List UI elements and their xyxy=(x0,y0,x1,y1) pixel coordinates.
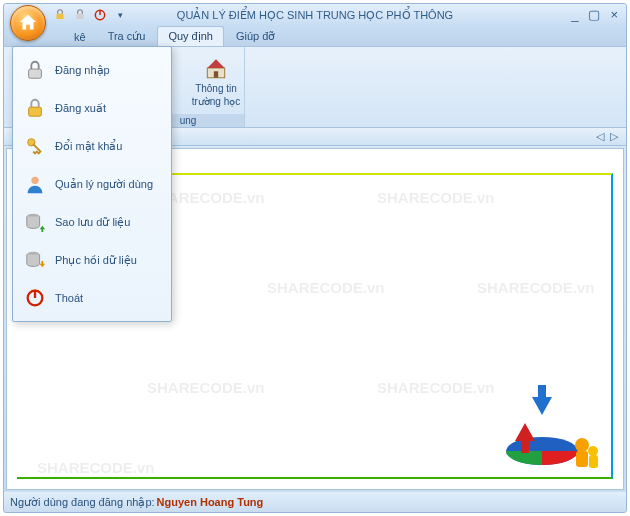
nav-prev-button[interactable]: ◁ xyxy=(596,130,604,143)
ribbon-item-truong-hoc[interactable]: Thông tin trường học xyxy=(188,47,244,114)
home-icon xyxy=(17,12,39,34)
menu-label: Thoát xyxy=(55,292,83,304)
keys-icon xyxy=(23,134,47,158)
quick-access-toolbar: ▾ xyxy=(52,7,128,23)
svg-point-8 xyxy=(588,446,598,456)
tab-giup-do[interactable]: Giúp đỡ xyxy=(226,27,285,46)
menu-exit[interactable]: Thoát xyxy=(13,279,171,317)
menu-label: Sao lưu dữ liệu xyxy=(55,216,130,229)
svg-point-13 xyxy=(31,177,38,184)
svg-rect-1 xyxy=(77,14,84,19)
nav-next-button[interactable]: ▷ xyxy=(610,130,618,143)
tab-tra-cuu[interactable]: Tra cứu xyxy=(98,27,156,46)
status-label: Người dùng đang đăng nhập: xyxy=(10,496,155,509)
status-bar: Người dùng đang đăng nhập: Nguyen Hoang … xyxy=(4,492,626,512)
svg-rect-10 xyxy=(29,69,42,78)
database-up-icon xyxy=(23,210,47,234)
tab-partial[interactable]: kê xyxy=(64,28,96,46)
app-menu-orb-button[interactable] xyxy=(10,5,46,41)
menu-backup[interactable]: Sao lưu dữ liệu xyxy=(13,203,171,241)
qat-exit-icon[interactable] xyxy=(92,7,108,23)
ribbon-item-label: trường học xyxy=(192,96,241,107)
svg-point-6 xyxy=(575,438,589,452)
app-window: ▾ QUẢN LÝ ĐIỂM HỌC SINH TRUNG HỌC PHỔ TH… xyxy=(3,3,627,513)
menu-change-password[interactable]: Đổi mật khẩu xyxy=(13,127,171,165)
svg-rect-4 xyxy=(214,71,218,78)
tab-quy-dinh[interactable]: Quy định xyxy=(157,26,224,46)
menu-label: Quản lý người dùng xyxy=(55,178,153,191)
ribbon-item-label: Thông tin xyxy=(195,83,237,94)
menu-label: Đổi mật khẩu xyxy=(55,140,122,153)
svg-rect-11 xyxy=(29,107,42,116)
status-user: Nguyen Hoang Tung xyxy=(157,496,264,508)
qat-dropdown-icon[interactable]: ▾ xyxy=(112,7,128,23)
user-icon xyxy=(23,172,47,196)
menu-user-management[interactable]: Quản lý người dùng xyxy=(13,165,171,203)
menu-label: Đăng nhập xyxy=(55,64,110,77)
close-button[interactable]: × xyxy=(610,7,618,22)
minimize-button[interactable]: _ xyxy=(571,7,578,22)
database-down-icon xyxy=(23,248,47,272)
title-bar: ▾ QUẢN LÝ ĐIỂM HỌC SINH TRUNG HỌC PHỔ TH… xyxy=(4,4,626,26)
logout-icon xyxy=(23,96,47,120)
menu-logout[interactable]: Đăng xuất xyxy=(13,89,171,127)
svg-rect-7 xyxy=(576,451,588,467)
menu-login[interactable]: Đăng nhập xyxy=(13,51,171,89)
login-icon xyxy=(23,58,47,82)
maximize-button[interactable]: ▢ xyxy=(588,7,600,22)
svg-rect-9 xyxy=(589,455,598,468)
ribbon-tabs: kê Tra cứu Quy định Giúp đỡ xyxy=(4,26,626,46)
menu-restore[interactable]: Phục hồi dữ liệu xyxy=(13,241,171,279)
power-icon xyxy=(23,286,47,310)
svg-rect-0 xyxy=(57,14,64,19)
menu-label: Đăng xuất xyxy=(55,102,106,115)
school-icon xyxy=(202,55,230,81)
qat-logout-icon[interactable] xyxy=(72,7,88,23)
qat-login-icon[interactable] xyxy=(52,7,68,23)
chart-illustration-icon xyxy=(487,373,607,473)
app-menu-dropdown: Đăng nhập Đăng xuất Đổi mật khẩu Quản lý… xyxy=(12,46,172,322)
menu-label: Phục hồi dữ liệu xyxy=(55,254,137,267)
